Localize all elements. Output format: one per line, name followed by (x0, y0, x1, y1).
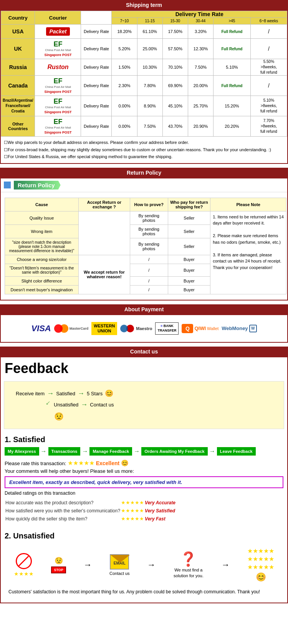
usa-45: Full Refund (214, 25, 251, 39)
delivery-time-header: Delivery Time Rate (112, 11, 287, 18)
satisfied-section: 1. Satisfied My Aliexpress → Transaction… (1, 432, 287, 528)
th-accept: Accept Return or exchange ? (78, 198, 130, 211)
contact-us-flow-label: Contact us (90, 402, 114, 408)
shipping-header: Shipping term (0, 0, 288, 10)
delivery-rate-header (81, 11, 112, 25)
rating-label-3: How quickly did the seller ship the item… (5, 515, 120, 522)
rating-row-communication: How satisfied were you with the seller's… (5, 507, 175, 514)
flow-row-1: Receive item → Satisfied → 5 Stars 😊 (16, 389, 113, 398)
courier-brazil: EF China Post Air Mail Singapore POST (35, 96, 81, 116)
uk-7-10: 5.20% (112, 39, 137, 59)
excellent-label: Excellent (96, 460, 119, 466)
prove-quality: By sending photos (130, 211, 168, 225)
step-orders-awaiting: Orders Awaiting My Feedback (141, 447, 208, 456)
table-row: Brazil/Argentina/France/Israel/Croatia E… (1, 96, 287, 116)
brazil-7-10: 0.00% (112, 96, 137, 116)
smiley-satisfied: 😊 (105, 389, 113, 398)
rating-label-1: How accurate was the product description… (5, 499, 120, 506)
receive-label: Receive item (16, 391, 45, 396)
brazil-15-30: 45.10% (162, 96, 188, 116)
table-row: Canada EF China Post Air Mail Singapore … (1, 76, 287, 96)
flow-arrow-3: → (222, 560, 230, 570)
delivery-rate-usa: Delivery Rate (81, 25, 112, 39)
brazil-68: 5.10%>8weeks,full refund (250, 96, 287, 116)
return-policy-section: Return Policy Return Policy Cause Accept… (0, 168, 288, 301)
other-11-15: 7.50% (137, 116, 162, 137)
prove-wrong: By sending photos (130, 225, 168, 238)
qiwi-logo: Q QIWI Wallet (182, 324, 218, 333)
result-stars-row2: ★★★★★ (247, 555, 274, 563)
th-prove: How to prove? (130, 198, 168, 211)
note-2: ☐For cross-broad trade, shipping may sli… (4, 147, 284, 154)
pays-color: Buyer (168, 276, 210, 285)
step-manage-feedback: Manage Feedback (89, 447, 132, 456)
feedback-title: Feedback (1, 357, 287, 378)
bottom-stars-group: ★★★★ (14, 571, 34, 577)
note-1: ☐We ship parcels to your default address… (4, 139, 284, 146)
country-usa: USA (1, 25, 35, 39)
th-cause: Cause (5, 198, 79, 211)
prove-imagination: / (130, 285, 168, 294)
gap-3 (0, 343, 288, 347)
stop-sign: STOP (51, 566, 66, 573)
payment-logos-container: VISA MasterCard WESTERNUNION Maestro ≡ B… (0, 314, 288, 343)
country-brazil: Brazil/Argentina/France/Israel/Croatia (1, 96, 35, 116)
result-stars-row3: ★★★★★ (247, 563, 274, 571)
pays-quality: Seller (168, 211, 210, 225)
uk-30-44: 12.30% (188, 39, 213, 59)
step-arrow-3: → (134, 448, 140, 455)
cause-size: "size doesn't match the description (ple… (5, 238, 79, 255)
result-stars: ★★★★★ ★★★★★ ★★★★★ (247, 547, 274, 571)
frown-emoji: 😟 (55, 556, 63, 565)
canada-30-44: 20.00% (188, 76, 213, 96)
step-my-aliexpress: My Aliexpress (5, 447, 39, 456)
courier-other: EF China Post Air Mail Singapore POST (35, 116, 81, 137)
step-arrow-1: → (41, 448, 47, 455)
uk-68: / (250, 39, 287, 59)
step-leave-feedback: Leave Feedback (217, 447, 256, 456)
delivery-rate-uk: Delivery Rate (81, 39, 112, 59)
return-table-wrapper: Cause Accept Return or exchange ? How to… (1, 192, 287, 300)
rating-stars-1: ★★★★★ (121, 499, 144, 506)
steps-row: My Aliexpress → Transactions → Manage Fe… (5, 447, 283, 456)
russia-7-10: 1.50% (112, 59, 137, 76)
email-flap (111, 555, 130, 563)
rate-text: Please rate this transaction: (5, 461, 66, 466)
flow-arrow-1: → (83, 560, 92, 570)
mastercard-logo: MasterCard (54, 324, 89, 333)
usa-30-44: 3.20% (188, 25, 213, 39)
prove-wrong-size: / (130, 255, 168, 264)
maestro-logo: Maestro (120, 325, 152, 332)
ef-logo-uk: EF China Post Air Mail (36, 40, 79, 52)
cause-imagination: Doesn't meet buyer's imagination (5, 285, 79, 294)
prove-color: / (130, 276, 168, 285)
unsatisfied-label: Unsatisfied (54, 402, 78, 408)
arrow-right-3: → (81, 401, 88, 409)
canada-68: / (250, 76, 287, 96)
country-russia: Russia (1, 59, 35, 76)
ef-logo-other: EF China Post Air Mail (36, 118, 79, 129)
return-table: Cause Accept Return or exchange ? How to… (5, 198, 286, 294)
usa-15-30: 17.50% (162, 25, 188, 39)
header-7-10: 7~10 (112, 18, 137, 25)
gap-2 (0, 301, 288, 304)
uk-45: Full Refund (214, 39, 251, 59)
rating-desc-1: Very Accurate (145, 499, 175, 506)
flow-left: Receive item → Satisfied → 5 Stars 😊 ↓ U… (16, 389, 114, 421)
th-note: Please Note (210, 198, 286, 211)
note-3: ☐For United States & Russia, we offer sp… (4, 154, 284, 160)
return-policy-header: Return Policy (0, 168, 288, 178)
country-uk: UK (1, 39, 35, 59)
ruston-logo: Ruston (47, 64, 68, 70)
other-68: 7.70%>8weeks,full refund (250, 116, 287, 137)
no-circle (16, 553, 32, 569)
return-icon-box (4, 182, 11, 188)
header-6-8-weeks: 6~8 weeks (250, 18, 287, 25)
feedback-flow-inner: Receive item → Satisfied → 5 Stars 😊 ↓ U… (12, 386, 276, 424)
country-canada: Canada (1, 76, 35, 96)
return-row-quality: Quality Issue By sending photos Seller 1… (5, 211, 286, 225)
packet-logo: Packet (46, 27, 70, 36)
feedback-flow-box: Receive item → Satisfied → 5 Stars 😊 ↓ U… (4, 381, 284, 429)
table-row: Russia Ruston Delivery Rate 1.50% 10.30%… (1, 59, 287, 76)
cause-color: Slight color difference (5, 276, 79, 285)
